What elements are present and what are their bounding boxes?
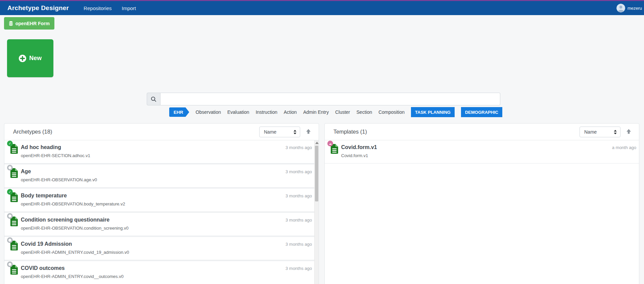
arrow-up-icon <box>626 129 632 134</box>
filter-chip-observation[interactable]: Observation <box>196 109 221 115</box>
templates-list: ☁ Covid.form.v1 Covid.form.v1 a month ag… <box>325 140 639 163</box>
filter-chip-demographic[interactable]: DEMOGRAPHIC <box>461 107 502 117</box>
nav-item-repositories[interactable]: Repositories <box>84 5 111 11</box>
scrollbar-up-arrow-icon[interactable] <box>315 142 319 144</box>
item-title: Body temperature <box>21 193 67 199</box>
archetype-list-item[interactable]: Condition screening questionnaire openEH… <box>4 213 319 236</box>
filter-chip-composition[interactable]: Composition <box>378 109 405 115</box>
user-name: mezeru <box>628 6 642 11</box>
filter-chip-task-planning[interactable]: TASK PLANNING <box>411 107 455 117</box>
item-id: openEHR-EHR-OBSERVATION.age.v0 <box>21 177 97 182</box>
item-title: Age <box>21 169 31 175</box>
document-icon-wrap <box>10 240 18 251</box>
user-avatar-icon <box>616 4 625 12</box>
item-timestamp: 3 months ago <box>285 193 312 198</box>
nav-links: Repositories Import <box>84 5 136 11</box>
archetypes-list-scrollbar[interactable] <box>314 140 319 284</box>
ring-status-badge-icon <box>7 165 13 171</box>
user-menu[interactable]: mezeru <box>616 1 642 15</box>
templates-panel-header: Templates (1) Name <box>325 124 639 140</box>
document-icon-wrap: ✓ <box>10 144 18 154</box>
filter-chip-ehr-active[interactable]: EHR <box>169 107 189 117</box>
templates-panel-title: Templates (1) <box>333 129 367 135</box>
item-title: Ad hoc heading <box>21 144 61 150</box>
filter-chip-action[interactable]: Action <box>284 109 297 115</box>
item-id: openEHR-EHR-SECTION.adhoc.v1 <box>21 153 90 158</box>
archetype-list-item[interactable]: Age openEHR-EHR-OBSERVATION.age.v0 3 mon… <box>4 164 319 188</box>
app-title[interactable]: Archetype Designer <box>7 4 69 12</box>
search-input[interactable] <box>160 93 500 105</box>
filter-chip-admin-entry[interactable]: Admin Entry <box>303 109 329 115</box>
select-stepper-icon <box>293 130 296 134</box>
templates-panel: Templates (1) Name ☁ Covid.form.v1 C <box>324 123 639 284</box>
tab-openehr-form[interactable]: openEHR Form <box>4 17 54 30</box>
archetype-list-item[interactable]: Covid 19 Admission openEHR-EHR-ADMIN_ENT… <box>4 237 319 260</box>
tab-openehr-form-label: openEHR Form <box>15 21 50 26</box>
archetypes-panel-header: Archetypes (18) Name <box>4 124 319 140</box>
archetype-list-item[interactable]: ✓ Ad hoc heading openEHR-EHR-SECTION.adh… <box>4 140 319 163</box>
nav-item-import[interactable]: Import <box>122 5 136 11</box>
filter-chip-cluster[interactable]: Cluster <box>335 109 350 115</box>
templates-sort-select[interactable]: Name <box>580 127 620 137</box>
templates-sort-direction-button[interactable] <box>626 129 632 135</box>
item-title: Covid 19 Admission <box>21 241 72 247</box>
search-bar <box>147 93 500 105</box>
scrollbar-thumb[interactable] <box>315 146 318 201</box>
archetype-list-item[interactable]: COVID outcomes openEHR-EHR-ADMIN_ENTRY.c… <box>4 261 319 284</box>
archetype-list-item[interactable]: ✓ Body temperature openEHR-EHR-OBSERVATI… <box>4 189 319 212</box>
archetypes-list: ✓ Ad hoc heading openEHR-EHR-SECTION.adh… <box>4 140 319 284</box>
navbar: Archetype Designer Repositories Import m… <box>0 1 644 15</box>
ring-status-badge-icon <box>7 213 13 219</box>
item-id: openEHR-EHR-OBSERVATION.body_temperature… <box>21 201 125 206</box>
archetypes-sort-direction-button[interactable] <box>305 129 311 135</box>
filter-chip-section[interactable]: Section <box>357 109 372 115</box>
archetypes-sort-value: Name <box>264 129 293 135</box>
item-id: Covid.form.v1 <box>341 153 368 158</box>
search-addon <box>147 93 160 105</box>
templates-sort-value: Name <box>584 129 614 135</box>
new-button[interactable]: New <box>7 39 53 77</box>
document-icon-wrap: ☁ <box>330 144 339 154</box>
new-button-label: New <box>29 55 42 62</box>
cloud-status-badge-icon: ☁ <box>327 141 333 146</box>
document-icon-wrap <box>10 168 18 179</box>
item-id: openEHR-EHR-ADMIN_ENTRY.covid_19_admissi… <box>21 250 129 255</box>
filter-chip-instruction[interactable]: Instruction <box>256 109 277 115</box>
item-timestamp: 3 months ago <box>285 169 312 174</box>
select-stepper-icon <box>614 130 617 134</box>
filter-bar: EHR ObservationEvaluationInstructionActi… <box>169 107 476 117</box>
item-timestamp: 3 months ago <box>285 218 312 223</box>
archetypes-sort-select[interactable]: Name <box>259 127 300 137</box>
database-icon <box>9 21 13 26</box>
arrow-up-icon <box>306 129 311 134</box>
item-title: Covid.form.v1 <box>341 144 377 150</box>
item-timestamp: 3 months ago <box>285 266 312 271</box>
ring-status-badge-icon <box>7 262 13 267</box>
check-status-badge-icon: ✓ <box>7 141 13 146</box>
ring-status-badge-icon <box>7 237 13 243</box>
item-id: openEHR-EHR-OBSERVATION.condition_screen… <box>21 226 129 231</box>
item-title: Condition screening questionnaire <box>21 217 109 223</box>
template-list-item[interactable]: ☁ Covid.form.v1 Covid.form.v1 a month ag… <box>325 140 639 163</box>
document-icon-wrap <box>10 216 18 227</box>
archetypes-panel-title: Archetypes (18) <box>13 129 52 135</box>
archetypes-panel: Archetypes (18) Name ✓ Ad hoc heading <box>4 123 319 284</box>
item-timestamp: 3 months ago <box>285 242 312 247</box>
filter-chip-evaluation[interactable]: Evaluation <box>227 109 249 115</box>
document-icon-wrap: ✓ <box>10 192 18 203</box>
item-timestamp: a month ago <box>612 145 636 150</box>
item-title: COVID outcomes <box>21 265 65 271</box>
search-icon <box>151 96 156 102</box>
check-status-badge-icon: ✓ <box>7 189 13 195</box>
document-icon-wrap <box>10 265 18 275</box>
item-id: openEHR-EHR-ADMIN_ENTRY.covid__outcomes.… <box>21 274 124 279</box>
item-timestamp: 3 months ago <box>285 145 312 150</box>
plus-circle-icon <box>19 55 26 62</box>
